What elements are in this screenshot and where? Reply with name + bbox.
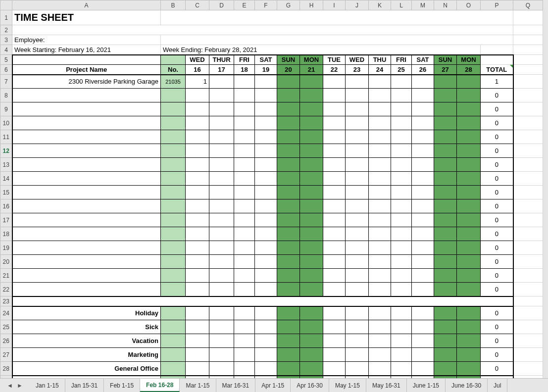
hours-cell[interactable] <box>434 75 457 89</box>
hours-cell[interactable] <box>209 75 234 89</box>
hours-cell[interactable] <box>234 348 255 362</box>
hours-cell[interactable] <box>391 172 412 186</box>
hours-cell[interactable] <box>346 362 369 376</box>
hours-cell[interactable] <box>434 306 457 320</box>
hours-cell[interactable] <box>346 130 369 144</box>
hours-cell[interactable] <box>234 116 255 130</box>
hours-cell[interactable] <box>369 269 391 283</box>
row-header[interactable]: 20 <box>0 255 12 269</box>
hours-cell[interactable] <box>277 320 300 334</box>
day-header[interactable]: SAT <box>412 55 434 65</box>
row-total-cell[interactable]: 0 <box>481 334 513 348</box>
project-no-cell[interactable] <box>161 116 186 130</box>
hours-cell[interactable] <box>369 306 391 320</box>
hours-cell[interactable] <box>457 102 481 116</box>
project-no-cell[interactable] <box>161 227 186 241</box>
hours-cell[interactable] <box>209 255 234 269</box>
date-header[interactable]: 19 <box>255 65 277 75</box>
hours-cell[interactable] <box>391 102 412 116</box>
row-header[interactable]: 12 <box>0 144 12 158</box>
hours-cell[interactable] <box>391 130 412 144</box>
hours-cell[interactable] <box>391 116 412 130</box>
sheet-tab[interactable]: Jul <box>488 379 507 392</box>
sheet-tab[interactable]: Feb 16-28 <box>140 379 180 392</box>
hours-cell[interactable] <box>300 348 323 362</box>
hours-cell[interactable] <box>346 255 369 269</box>
hours-cell[interactable] <box>186 158 209 172</box>
hours-cell[interactable] <box>255 158 277 172</box>
hours-cell[interactable] <box>186 130 209 144</box>
hours-cell[interactable] <box>209 283 234 296</box>
hours-cell[interactable] <box>323 199 346 213</box>
project-name-cell[interactable] <box>12 241 161 255</box>
hours-cell[interactable] <box>434 213 457 227</box>
hours-cell[interactable] <box>434 255 457 269</box>
hours-cell[interactable] <box>186 362 209 376</box>
hours-cell[interactable] <box>186 334 209 348</box>
hours-cell[interactable] <box>369 186 391 199</box>
no-header[interactable]: No. <box>161 65 186 75</box>
hours-cell[interactable] <box>234 320 255 334</box>
hours-cell[interactable] <box>209 130 234 144</box>
hours-cell[interactable] <box>300 89 323 102</box>
day-header[interactable]: THU <box>369 55 391 65</box>
category-label[interactable]: General Office <box>12 362 161 376</box>
row-header[interactable]: 18 <box>0 227 12 241</box>
project-name-cell[interactable] <box>12 144 161 158</box>
row-header[interactable]: 16 <box>0 199 12 213</box>
hours-cell[interactable] <box>346 269 369 283</box>
hours-cell[interactable] <box>323 130 346 144</box>
col-header[interactable]: H <box>300 0 323 10</box>
project-name-cell[interactable] <box>12 199 161 213</box>
row-total-cell[interactable]: 0 <box>481 320 513 334</box>
hours-cell[interactable] <box>255 89 277 102</box>
hours-cell[interactable] <box>412 130 434 144</box>
hours-cell[interactable] <box>300 269 323 283</box>
hours-cell[interactable] <box>391 269 412 283</box>
hours-cell[interactable] <box>434 241 457 255</box>
cell[interactable] <box>12 55 161 65</box>
hours-cell[interactable] <box>255 130 277 144</box>
hours-cell[interactable] <box>346 89 369 102</box>
hours-cell[interactable] <box>255 172 277 186</box>
hours-cell[interactable] <box>457 116 481 130</box>
hours-cell[interactable] <box>369 213 391 227</box>
hours-cell[interactable] <box>300 116 323 130</box>
hours-cell[interactable] <box>255 306 277 320</box>
hours-cell[interactable] <box>346 320 369 334</box>
hours-cell[interactable] <box>255 102 277 116</box>
hours-cell[interactable] <box>323 334 346 348</box>
hours-cell[interactable] <box>434 158 457 172</box>
hours-cell[interactable] <box>186 213 209 227</box>
hours-cell[interactable] <box>277 199 300 213</box>
hours-cell[interactable] <box>457 320 481 334</box>
hours-cell[interactable] <box>255 362 277 376</box>
hours-cell[interactable] <box>434 116 457 130</box>
row-total-cell[interactable]: 0 <box>481 241 513 255</box>
hours-cell[interactable] <box>323 362 346 376</box>
hours-cell[interactable] <box>186 320 209 334</box>
hours-cell[interactable] <box>457 306 481 320</box>
hours-cell[interactable] <box>300 144 323 158</box>
row-header[interactable]: 10 <box>0 116 12 130</box>
hours-cell[interactable] <box>412 227 434 241</box>
hours-cell[interactable] <box>277 158 300 172</box>
col-header[interactable]: C <box>186 0 209 10</box>
row-total-cell[interactable]: 0 <box>481 362 513 376</box>
row-total-cell[interactable]: 0 <box>481 283 513 296</box>
row-total-cell[interactable]: 0 <box>481 269 513 283</box>
hours-cell[interactable] <box>457 255 481 269</box>
hours-cell[interactable] <box>186 283 209 296</box>
hours-cell[interactable] <box>369 89 391 102</box>
hours-cell[interactable] <box>209 320 234 334</box>
hours-cell[interactable] <box>300 75 323 89</box>
sheet-tab[interactable]: Jan 1-15 <box>30 379 65 392</box>
hours-cell[interactable] <box>457 362 481 376</box>
project-no-cell[interactable] <box>161 130 186 144</box>
hours-cell[interactable] <box>277 75 300 89</box>
hours-cell[interactable] <box>369 283 391 296</box>
hours-cell[interactable] <box>300 283 323 296</box>
hours-cell[interactable] <box>369 362 391 376</box>
hours-cell[interactable] <box>391 306 412 320</box>
hours-cell[interactable] <box>277 334 300 348</box>
